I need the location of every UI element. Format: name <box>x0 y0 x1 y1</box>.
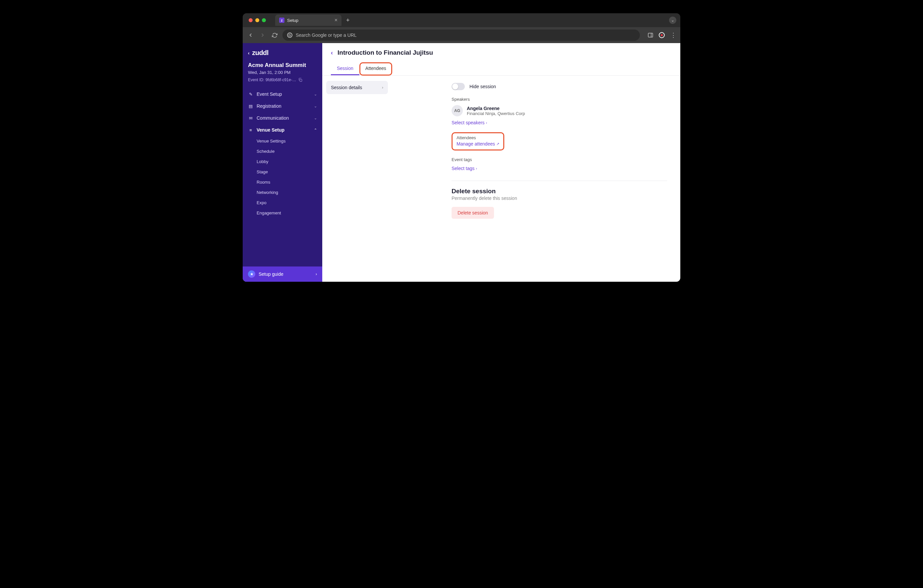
chevron-up-icon: ⌃ <box>314 128 317 132</box>
maximize-window-button[interactable] <box>262 18 266 22</box>
wand-icon: ✎ <box>248 92 253 97</box>
profile-icon[interactable] <box>659 32 665 38</box>
sidebar-subitem-lobby[interactable]: Lobby <box>256 156 322 167</box>
delete-section: Delete session Permanently delete this s… <box>452 187 667 219</box>
external-link-icon: ↗ <box>496 142 499 146</box>
event-id-row: Event ID: 9fd6b68f-c91e-… <box>248 77 317 82</box>
sidebar-subitem-networking[interactable]: Networking <box>256 187 322 197</box>
sidebar-subitem-expo[interactable]: Expo <box>256 197 322 208</box>
close-tab-button[interactable]: × <box>335 17 338 23</box>
back-button[interactable] <box>247 31 255 39</box>
speaker-role: Financial Ninja, Qwertius Corp <box>467 111 525 116</box>
content-panel: Hide session Speakers AG Angela Greene F… <box>392 76 680 282</box>
browser-tabbar: z Setup × + ⌄ <box>243 13 680 27</box>
attendees-section: Attendees Manage attendees ↗ <box>452 132 667 151</box>
window-controls <box>246 18 269 22</box>
sidebar-submenu-venue: Venue Settings Schedule Lobby Stage Room… <box>243 136 322 218</box>
minimize-window-button[interactable] <box>255 18 259 22</box>
browser-window: z Setup × + ⌄ G Search Google or type a … <box>243 13 680 282</box>
subnav-label: Session details <box>331 85 362 90</box>
setup-guide-label: Setup guide <box>259 271 284 277</box>
event-tags-label: Event tags <box>452 157 667 162</box>
delete-title: Delete session <box>452 187 667 195</box>
chevron-right-icon: › <box>382 85 383 90</box>
sidebar-item-registration[interactable]: ▤ Registration ⌄ <box>243 100 322 112</box>
tab-dropdown-button[interactable]: ⌄ <box>669 16 676 24</box>
page-tabs: Session Attendees <box>331 62 672 75</box>
chevron-down-icon: ⌄ <box>314 116 317 120</box>
address-bar[interactable]: G Search Google or type a URL <box>282 30 640 41</box>
mail-icon: ✉ <box>248 115 253 121</box>
panel-icon[interactable] <box>647 32 654 38</box>
sidebar-item-label: Registration <box>256 103 281 109</box>
logo-link[interactable]: ‹ zuddl <box>248 49 317 57</box>
attendees-label: Attendees <box>457 135 499 140</box>
star-icon: ★ <box>248 271 255 278</box>
select-speakers-link[interactable]: Select speakers › <box>452 120 487 125</box>
sidebar-subitem-stage[interactable]: Stage <box>256 167 322 177</box>
chevron-down-icon: ⌄ <box>314 104 317 108</box>
link-text: Manage attendees <box>457 141 495 146</box>
delete-session-button[interactable]: Delete session <box>452 207 494 219</box>
highlighted-attendees-box: Attendees Manage attendees ↗ <box>452 132 504 151</box>
browser-tab[interactable]: z Setup × <box>275 15 342 26</box>
chevron-right-icon: › <box>476 166 477 170</box>
close-window-button[interactable] <box>249 18 253 22</box>
svg-rect-0 <box>648 33 653 37</box>
venue-icon: ≡ <box>248 127 253 133</box>
setup-guide-button[interactable]: ★ Setup guide › <box>243 266 322 282</box>
link-text: Select tags <box>452 166 475 171</box>
subnav: Session details › <box>322 76 392 282</box>
speaker-name: Angela Greene <box>467 106 525 111</box>
event-id-text: Event ID: 9fd6b68f-c91e-… <box>248 77 296 82</box>
toolbar-right-icons: ⋮ <box>647 32 676 38</box>
sidebar-item-communication[interactable]: ✉ Communication ⌄ <box>243 112 322 124</box>
sidebar-subitem-venue-settings[interactable]: Venue Settings <box>256 136 322 146</box>
avatar: AG <box>452 105 463 117</box>
page-title-row: ‹ Introduction to Financial Jujitsu <box>331 49 672 56</box>
favicon-icon: z <box>279 18 284 23</box>
chevron-right-icon: › <box>315 272 317 276</box>
hide-session-row: Hide session <box>452 83 667 90</box>
page-body: Session details › Hide session Speakers … <box>322 76 680 282</box>
app-content: ‹ zuddl Acme Annual Summit Wed, Jan 31, … <box>243 43 680 282</box>
chevron-right-icon: › <box>486 121 487 125</box>
page-title: Introduction to Financial Jujitsu <box>338 49 433 56</box>
delete-subtitle: Permanently delete this session <box>452 195 667 201</box>
sidebar-item-venue-setup[interactable]: ≡ Venue Setup ⌃ <box>243 124 322 136</box>
manage-attendees-link[interactable]: Manage attendees ↗ <box>457 141 499 146</box>
back-link[interactable]: ‹ <box>331 49 333 56</box>
tab-session[interactable]: Session <box>331 62 360 75</box>
copy-icon[interactable] <box>298 77 303 82</box>
chevron-down-icon: ⌄ <box>314 92 317 97</box>
subnav-session-details[interactable]: Session details › <box>326 81 388 94</box>
sidebar-menu: ✎ Event Setup ⌄ ▤ Registration ⌄ ✉ Commu… <box>243 85 322 266</box>
sidebar-subitem-rooms[interactable]: Rooms <box>256 177 322 187</box>
hide-session-label: Hide session <box>470 84 496 89</box>
page-header: ‹ Introduction to Financial Jujitsu Sess… <box>322 43 680 76</box>
new-tab-button[interactable]: + <box>346 17 350 24</box>
sidebar-subitem-engagement[interactable]: Engagement <box>256 208 322 218</box>
svg-rect-2 <box>300 79 302 81</box>
sidebar-header: ‹ zuddl Acme Annual Summit Wed, Jan 31, … <box>243 43 322 85</box>
menu-icon[interactable]: ⋮ <box>670 32 676 38</box>
tab-attendees[interactable]: Attendees <box>360 62 392 76</box>
event-name: Acme Annual Summit <box>248 62 317 69</box>
speakers-label: Speakers <box>452 97 667 102</box>
speaker-info: Angela Greene Financial Ninja, Qwertius … <box>467 106 525 116</box>
select-tags-link[interactable]: Select tags › <box>452 166 477 171</box>
search-engine-icon: G <box>287 33 292 38</box>
link-text: Select speakers <box>452 120 485 125</box>
forward-button[interactable] <box>259 31 266 39</box>
sidebar-item-label: Event Setup <box>256 92 282 97</box>
hide-session-toggle[interactable] <box>452 83 465 90</box>
form-icon: ▤ <box>248 103 253 109</box>
reload-button[interactable] <box>271 31 279 39</box>
sidebar-item-event-setup[interactable]: ✎ Event Setup ⌄ <box>243 88 322 100</box>
divider <box>452 181 667 181</box>
event-tags-section: Event tags Select tags › <box>452 157 667 171</box>
sidebar-subitem-schedule[interactable]: Schedule <box>256 146 322 156</box>
tab-title: Setup <box>287 18 298 23</box>
sidebar: ‹ zuddl Acme Annual Summit Wed, Jan 31, … <box>243 43 322 282</box>
logo-text: zuddl <box>252 49 269 57</box>
